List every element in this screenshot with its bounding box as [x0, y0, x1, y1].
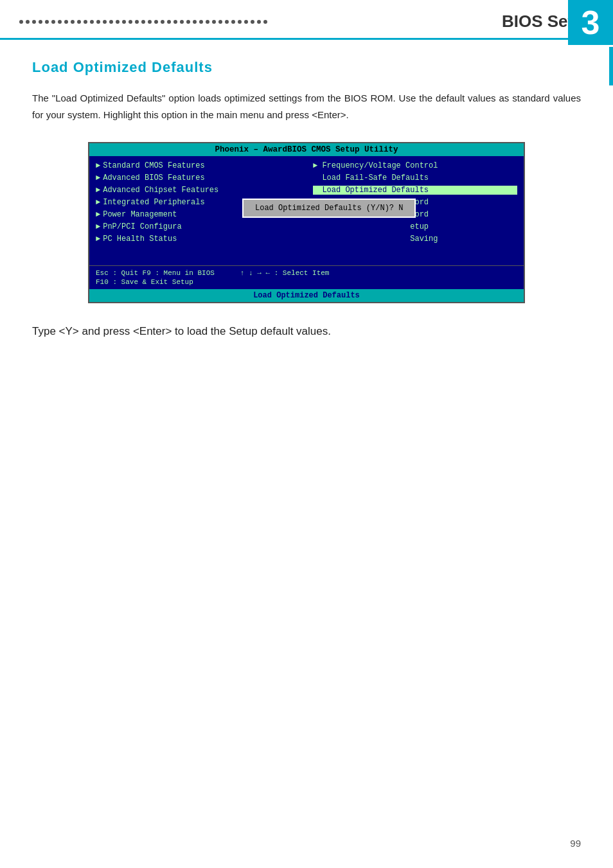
bios-right-item-6: etup [313, 222, 517, 231]
bios-left-item-7: ► PC Health Status [96, 235, 300, 244]
bios-footer-quit: Esc : Quit F9 : Menu in BIOS [96, 269, 215, 277]
bios-left-label-3: Advanced Chipset Features [103, 186, 218, 195]
section-title: Load Optimized Defaults [32, 59, 581, 76]
bios-footer-save: F10 : Save & Exit Setup [96, 278, 193, 286]
bios-left-item-1: ► Standard CMOS Features [96, 161, 300, 170]
bios-right-item-1: ► Frequency/Voltage Control [313, 161, 517, 170]
bios-status-bar: Load Optimized Defaults [89, 289, 524, 302]
bios-left-item-3: ► Advanced Chipset Features [96, 186, 300, 195]
bios-right-item-7: Saving [313, 235, 517, 244]
bios-left-label-7: PC Health Status [103, 235, 177, 244]
bios-dialog: Load Optimized Defaults (Y/N)? N [242, 199, 416, 218]
arrow-icon-6: ► [96, 222, 100, 231]
page-header: BIOS Setup 3 [0, 0, 613, 40]
arrow-icon-4: ► [96, 198, 100, 207]
right-accent-bar [609, 47, 613, 85]
bios-dialog-text: Load Optimized Defaults (Y/N)? N [255, 204, 403, 213]
bios-main-area: ► Standard CMOS Features ► Advanced BIOS… [89, 156, 524, 265]
footer-paragraph: Type <Y> and press <Enter> to load the S… [32, 323, 581, 340]
bios-right-item-3-highlighted: Load Optimized Defaults [313, 186, 517, 195]
dots-decoration [19, 20, 492, 24]
arrow-icon-3: ► [96, 186, 100, 195]
main-content: Load Optimized Defaults The "Load Optimi… [0, 40, 613, 359]
bios-left-label-6: PnP/PCI Configura [103, 222, 181, 231]
bios-screenshot: Phoenix – AwardBIOS CMOS Setup Utility ►… [88, 142, 525, 303]
page-number: 99 [570, 838, 581, 849]
bios-left-label-2: Advanced BIOS Features [103, 173, 204, 182]
bios-dialog-wrapper: Load Optimized Defaults (Y/N)? N [242, 199, 517, 218]
bios-left-label-4: Integrated Peripherals [103, 198, 204, 207]
bios-left-label-5: Power Management [103, 210, 177, 219]
bios-title-bar: Phoenix – AwardBIOS CMOS Setup Utility [89, 143, 524, 156]
bios-left-label-1: Standard CMOS Features [103, 161, 204, 170]
bios-footer: Esc : Quit F9 : Menu in BIOS ↑ ↓ → ← : S… [89, 265, 524, 289]
arrow-icon-7: ► [96, 235, 100, 244]
bios-footer-select: ↑ ↓ → ← : Select Item [240, 269, 330, 277]
bios-left-item-6: ► PnP/PCI Configura [96, 222, 300, 231]
arrow-icon-1: ► [96, 161, 100, 170]
bios-footer-line1: Esc : Quit F9 : Menu in BIOS ↑ ↓ → ← : S… [96, 269, 517, 277]
bios-right-column: ► Frequency/Voltage Control Load Fail-Sa… [306, 161, 517, 260]
description-paragraph: The "Load Optimized Defaults" option loa… [32, 90, 581, 123]
chapter-number: 3 [582, 3, 600, 42]
bios-left-item-2: ► Advanced BIOS Features [96, 173, 300, 182]
chapter-number-box: 3 [568, 0, 613, 45]
arrow-icon-2: ► [96, 173, 100, 182]
bios-right-item-2: Load Fail-Safe Defaults [313, 173, 517, 182]
arrow-icon-5: ► [96, 210, 100, 219]
bios-footer-line2: F10 : Save & Exit Setup [96, 278, 517, 286]
